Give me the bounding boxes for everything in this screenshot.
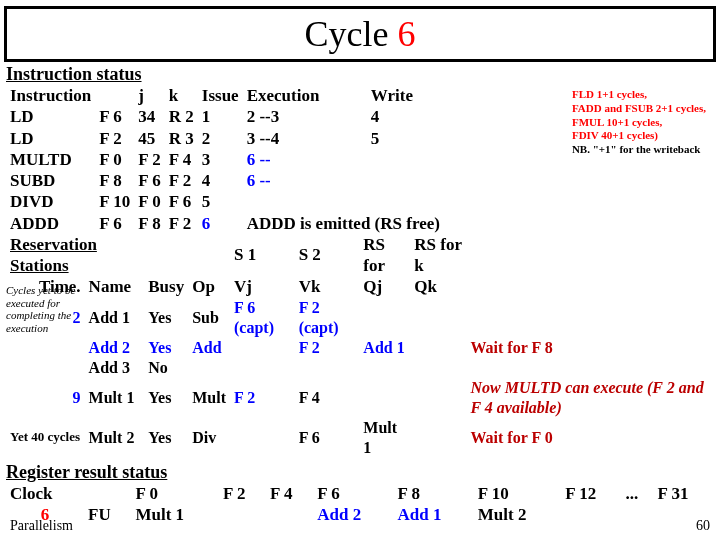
sec-regres: Register result status: [6, 462, 714, 483]
table-row: MULTDF 0F 2F 436 --: [6, 149, 444, 170]
h-rsj: RS for: [359, 234, 410, 277]
h-busy: Busy: [144, 276, 188, 297]
table-row: SUBDF 8F 6F 246 --: [6, 170, 444, 191]
h-rsk: RS for k: [410, 234, 466, 277]
title-a: Cycle: [305, 14, 398, 54]
register-table: Clock F 0F 2F 4F 6F 8F 10F 12...F 31 6 F…: [6, 483, 714, 526]
note-wait-f0: Wait for F 0: [466, 418, 714, 458]
h-j: j: [134, 85, 165, 106]
reg-values: 6 FU Mult 1Add 2Add 1Mult 2: [6, 504, 714, 525]
table-row: 2Add 1YesSubF 6 (capt)F 2 (capt): [6, 298, 714, 338]
h-write: Write: [367, 85, 444, 106]
table-row: Yet 40 cyclesMult 2YesDivF 6Mult 1Wait f…: [6, 418, 714, 458]
h-vk: Vk: [295, 276, 360, 297]
table-row: Add 3No: [6, 358, 714, 378]
addd-note: ADDD is emitted (RS free): [243, 213, 444, 234]
lat-l1: FLD 1+1 cycles,: [572, 88, 647, 100]
h-op: Op: [188, 276, 230, 297]
footer-left: Parallelism: [10, 518, 73, 534]
reg-header: Clock F 0F 2F 4F 6F 8F 10F 12...F 31: [6, 483, 714, 504]
note-wait-f8: Wait for F 8: [466, 338, 714, 358]
lat-l4: FDIV 40+1 cycles): [572, 129, 658, 141]
h-clock: Clock: [6, 483, 84, 504]
title-b: 6: [397, 14, 415, 54]
sec-resv: Reservation Stations: [6, 234, 144, 277]
rs-header2: Time. Name Busy Op Vj Vk Qj Qk: [6, 276, 714, 297]
slide-title: Cycle 6: [4, 6, 716, 62]
cycles-note: Cycles yet to be executed for completing…: [6, 284, 86, 335]
h-exe: Execution: [243, 85, 367, 106]
inst-header-row: Instruction j k Issue Execution Write: [6, 85, 444, 106]
lat-l5: NB. "+1" for the writeback: [572, 143, 701, 155]
table-row: Add 2YesAddF 2Add 1Wait for F 8: [6, 338, 714, 358]
h-issue: Issue: [198, 85, 243, 106]
latency-note: FLD 1+1 cycles, FADD and FSUB 2+1 cycles…: [572, 88, 706, 157]
h-k: k: [165, 85, 198, 106]
h-qk: Qk: [410, 276, 466, 297]
h-inst: Instruction: [6, 85, 95, 106]
sec-inst-status: Instruction status: [6, 64, 714, 85]
h-s2: S 2: [295, 234, 360, 277]
table-row: ADDDF 6F 8F 26ADDD is emitted (RS free): [6, 213, 444, 234]
h-name: Name: [85, 276, 145, 297]
table-row: LDF 634R 212 --34: [6, 106, 444, 127]
h-qj: Qj: [359, 276, 410, 297]
rs-header1: Reservation Stations S 1 S 2 RS for RS f…: [6, 234, 714, 277]
lat-l3: FMUL 10+1 cycles,: [572, 116, 662, 128]
h-fu: FU: [84, 504, 131, 525]
h-vj: Vj: [230, 276, 295, 297]
table-row: DIVDF 10F 0F 65: [6, 191, 444, 212]
note-multd: Now MULTD can execute (F 2 and F 4 avail…: [466, 378, 714, 418]
h-s1: S 1: [230, 234, 295, 277]
footer-right: 60: [696, 518, 710, 534]
reservation-table: Reservation Stations S 1 S 2 RS for RS f…: [6, 234, 714, 458]
yet-40: Yet 40 cycles: [6, 418, 85, 458]
table-row: 9Mult 1YesMultF 2F 4Now MULTD can execut…: [6, 378, 714, 418]
instruction-table: Instruction j k Issue Execution Write LD…: [6, 85, 444, 234]
table-row: LDF 245R 323 --45: [6, 128, 444, 149]
content: Instruction status FLD 1+1 cycles, FADD …: [0, 64, 720, 525]
lat-l2: FADD and FSUB 2+1 cycles,: [572, 102, 706, 114]
